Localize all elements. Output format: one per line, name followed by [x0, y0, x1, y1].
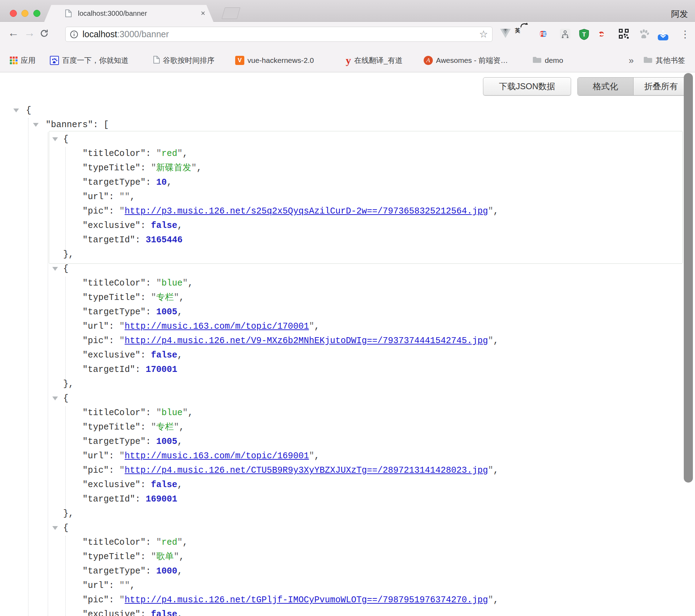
- json-row: "exclusive": false,: [0, 478, 695, 492]
- collapse-caret-icon[interactable]: [52, 137, 58, 141]
- json-row: "exclusive": false,: [0, 218, 695, 233]
- json-row: "url": "",: [0, 190, 695, 204]
- json-row: "typeTitle": "专栏",: [0, 420, 695, 434]
- json-row: "exclusive": false,: [0, 607, 695, 616]
- tab-title: localhost:3000/banner: [78, 5, 147, 22]
- vertical-scrollbar-thumb[interactable]: [684, 73, 693, 483]
- json-row: "targetType": 1005,: [0, 305, 695, 319]
- json-row: "typeTitle": "专栏",: [0, 290, 695, 305]
- json-link-url[interactable]: http://p4.music.126.net/tGPljf-IMOCyPvum…: [125, 595, 488, 605]
- json-row: {: [0, 262, 695, 276]
- json-row: "targetId": 170001: [0, 362, 695, 377]
- json-row: "targetType": 1005,: [0, 434, 695, 449]
- json-row: {: [0, 391, 695, 406]
- collapse-caret-icon[interactable]: [52, 397, 58, 400]
- json-row: {: [0, 103, 695, 118]
- json-link-url[interactable]: http://music.163.com/m/topic/170001: [125, 321, 309, 332]
- json-row: "banners": [: [0, 118, 695, 132]
- json-row: "pic": "http://p3.music.126.net/s25q2x5Q…: [0, 204, 695, 218]
- tab-close-icon[interactable]: ×: [201, 5, 205, 22]
- collapse-caret-icon[interactable]: [52, 267, 58, 271]
- json-row: "titleColor": "red",: [0, 535, 695, 550]
- collapse-caret-icon[interactable]: [52, 526, 58, 530]
- json-row: "targetId": 3165446: [0, 233, 695, 247]
- json-row: },: [0, 506, 695, 521]
- json-row: "targetType": 10,: [0, 175, 695, 190]
- json-row: "pic": "http://p4.music.126.net/tGPljf-I…: [0, 593, 695, 607]
- json-row: "titleColor": "blue",: [0, 406, 695, 420]
- json-row: "exclusive": false,: [0, 348, 695, 362]
- json-row: "titleColor": "red",: [0, 146, 695, 161]
- collapse-caret-icon[interactable]: [33, 123, 39, 127]
- json-row: },: [0, 247, 695, 262]
- browser-tab[interactable]: localhost:3000/banner ×: [44, 5, 213, 22]
- json-row: {: [0, 132, 695, 146]
- json-link-url[interactable]: http://p4.music.126.net/CTU5B9R9y3XyYBZX…: [125, 465, 488, 476]
- browser-window: { "titlebar": { "profile_name": "阿发" }, …: [0, 0, 695, 616]
- json-row: "url": "http://music.163.com/m/topic/170…: [0, 319, 695, 334]
- collapse-caret-icon[interactable]: [13, 109, 19, 112]
- json-link-url[interactable]: http://music.163.com/m/topic/169001: [125, 451, 309, 461]
- json-link-url[interactable]: http://p3.music.126.net/s25q2x5QyqsAzilC…: [125, 206, 488, 216]
- json-row: "targetType": 1000,: [0, 564, 695, 578]
- json-row: "url": "",: [0, 578, 695, 593]
- page-favicon-icon: [65, 9, 72, 19]
- json-row: "url": "http://music.163.com/m/topic/169…: [0, 449, 695, 463]
- json-row: "titleColor": "blue",: [0, 276, 695, 290]
- json-row: "pic": "http://p4.music.126.net/CTU5B9R9…: [0, 463, 695, 478]
- json-row: "typeTitle": "歌单",: [0, 550, 695, 564]
- json-row: "typeTitle": "新碟首发",: [0, 161, 695, 175]
- json-row: },: [0, 377, 695, 391]
- json-row: {: [0, 521, 695, 535]
- json-row: "targetId": 169001: [0, 492, 695, 506]
- json-link-url[interactable]: http://p4.music.126.net/V9-MXz6b2MNhEKju…: [125, 336, 488, 346]
- json-row: "pic": "http://p4.music.126.net/V9-MXz6b…: [0, 334, 695, 348]
- json-viewer: {"banners": [{"titleColor": "red","typeT…: [0, 0, 695, 616]
